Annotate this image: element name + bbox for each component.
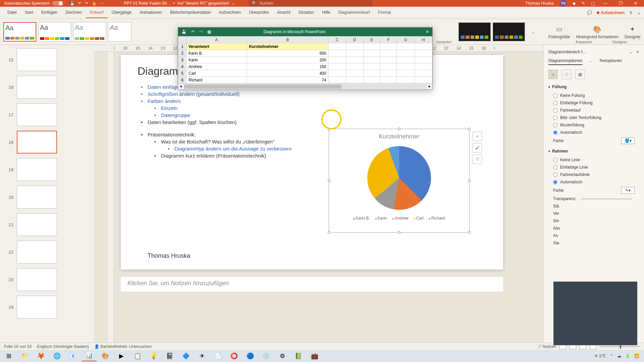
cell[interactable]: 500 — [247, 50, 328, 57]
slide-thumbnail[interactable] — [17, 241, 57, 263]
more-icon[interactable]: ⋯ — [100, 1, 104, 6]
vlc-icon[interactable]: ▶ — [114, 351, 129, 361]
cell[interactable] — [397, 57, 415, 63]
app-icon[interactable]: 🔷 — [178, 351, 193, 361]
cell[interactable]: Verantwort — [186, 43, 247, 50]
notes-pane[interactable]: Klicken Sie, um Notizen hinzuzufügen — [121, 276, 503, 292]
row-header[interactable]: 6 — [178, 77, 186, 83]
col-header[interactable]: E — [363, 37, 380, 43]
grid-icon[interactable]: ▦ — [207, 29, 211, 34]
app-icon[interactable]: 🔵 — [243, 351, 258, 361]
fill-line-icon[interactable]: ◇ — [548, 70, 558, 79]
cell[interactable] — [380, 43, 397, 50]
cell[interactable] — [346, 70, 363, 77]
save-icon[interactable]: 💾 — [70, 1, 75, 6]
chrome-icon[interactable]: 🌐 — [50, 351, 64, 361]
slide-thumbnail[interactable] — [17, 103, 57, 126]
theme-gallery[interactable]: Aa Aa Aa Aa — [3, 22, 131, 42]
cell[interactable]: Kursteilnehmer — [247, 43, 328, 50]
transparency-row[interactable]: Transparenz — [548, 195, 639, 202]
slide-thumbnail[interactable] — [17, 186, 57, 208]
system-tray[interactable]: ☀ 1°C ⌃ ☁ 🔋 📶 — [594, 354, 643, 358]
slide-thumbnail[interactable] — [17, 76, 57, 99]
cell[interactable] — [380, 77, 397, 83]
cell[interactable] — [328, 57, 346, 63]
pie-chart[interactable] — [367, 146, 431, 210]
user-avatar[interactable]: TH — [560, 0, 567, 7]
cell[interactable] — [380, 57, 397, 63]
cell[interactable] — [415, 50, 432, 57]
slide-thumbnails[interactable]: 15161718192021222324 — [0, 45, 94, 350]
search-box[interactable]: 🔍 Suchen — [249, 0, 373, 7]
chart-styles-button[interactable]: 🖌 — [473, 143, 482, 153]
cell[interactable] — [346, 63, 363, 70]
tab-datei[interactable]: Datei — [3, 7, 21, 18]
col-header[interactable]: C — [328, 37, 346, 43]
cell[interactable] — [328, 77, 346, 83]
row-header[interactable]: 5 — [178, 70, 186, 77]
powerpoint-icon[interactable]: 📊 — [82, 351, 97, 361]
slide-counter[interactable]: Folie 18 von 33 — [4, 344, 32, 349]
cell[interactable]: Richard — [186, 77, 247, 83]
tab-einfügen[interactable]: Einfügen — [37, 7, 61, 18]
cell[interactable] — [397, 43, 415, 50]
chart-elements-button[interactable]: + — [473, 132, 482, 141]
designer-button[interactable]: ✦Designer — [625, 24, 641, 39]
cell[interactable] — [415, 57, 432, 63]
radio-picture-fill[interactable]: Bild- oder Texturfüllung — [548, 114, 639, 121]
tab-ansicht[interactable]: Ansicht — [273, 7, 294, 18]
app-icon[interactable]: 🎨 — [98, 351, 113, 361]
tab-format[interactable]: Format — [374, 7, 395, 18]
slide-thumbnail[interactable] — [17, 296, 57, 318]
cell[interactable] — [346, 50, 363, 57]
chart-title[interactable]: Kursteilnehmer — [329, 133, 469, 140]
firefox-icon[interactable]: 🦊 — [34, 351, 48, 361]
chart-filters-button[interactable]: ▽ — [473, 155, 482, 164]
redo-icon[interactable]: ↷ — [85, 1, 88, 6]
wifi-icon[interactable]: 📶 — [634, 354, 639, 358]
cell[interactable]: Karin B. — [186, 50, 247, 57]
tab-aufzeichnen[interactable]: Aufzeichnen — [215, 7, 245, 18]
app-icon[interactable]: ⭕ — [227, 351, 241, 361]
app-icon[interactable]: 📄 — [211, 351, 225, 361]
cell[interactable] — [415, 70, 432, 77]
radio-solid-fill[interactable]: Einfarbige Füllung — [548, 99, 639, 107]
maximize-button[interactable]: ❐ — [616, 1, 625, 6]
battery-icon[interactable]: 🔋 — [625, 354, 630, 358]
radio-no-fill[interactable]: Keine Füllung — [548, 92, 639, 99]
size-icon[interactable]: ▦ — [575, 70, 585, 79]
tab-übergänge[interactable]: Übergänge — [108, 7, 136, 18]
cell[interactable]: 400 — [247, 70, 328, 77]
cell[interactable]: 150 — [247, 63, 328, 70]
onenote-icon[interactable]: 📓 — [162, 351, 177, 361]
excel-data-window[interactable]: 💾 ↶ ↷ ▦ Diagramm in Microsoft PowerPoint… — [178, 27, 433, 90]
tab-überprüfen[interactable]: Überprüfen — [245, 7, 273, 18]
cell[interactable] — [415, 63, 432, 70]
dropdown-icon[interactable]: ⌄ — [629, 50, 633, 54]
cell[interactable] — [380, 50, 397, 57]
slide-thumbnail[interactable] — [17, 268, 57, 291]
language-indicator[interactable]: Englisch (Vereinigte Staaten) — [37, 344, 89, 349]
section-header[interactable]: Füllung — [548, 84, 639, 89]
document-title[interactable]: PPT 01 Roter Faden 00…• Auf "diesem PC" … — [124, 1, 235, 6]
outlook-icon[interactable]: 📧 — [66, 351, 80, 361]
cell[interactable] — [363, 57, 380, 63]
tray-chevron-icon[interactable]: ⌃ — [610, 354, 613, 358]
cell[interactable] — [346, 57, 363, 63]
radio-pattern-fill[interactable]: Musterfüllung — [548, 121, 639, 129]
cell[interactable]: Andrew — [186, 63, 247, 70]
excel-grid[interactable]: ABCDEFGH1VerantwortKursteilnehmer2Karin … — [178, 36, 432, 83]
radio-auto-fill[interactable]: Automatisch — [548, 129, 639, 136]
variant-gallery[interactable] — [459, 22, 525, 41]
app-icon[interactable]: 💼 — [307, 351, 322, 361]
effects-icon[interactable]: ⬠ — [562, 70, 571, 79]
chart-legend[interactable]: Karin B. Karin Andrew Carl Richard — [329, 216, 469, 221]
cell[interactable] — [363, 50, 380, 57]
record-button[interactable]: Aufzeichnen — [597, 10, 625, 15]
format-background-button[interactable]: 🎨Hintergrund formatieren — [576, 24, 619, 39]
col-header[interactable]: G — [397, 37, 415, 43]
cell[interactable] — [397, 77, 415, 83]
cell[interactable]: 200 — [247, 57, 328, 63]
zoom-slider[interactable] — [600, 346, 640, 347]
cell[interactable] — [380, 63, 397, 70]
